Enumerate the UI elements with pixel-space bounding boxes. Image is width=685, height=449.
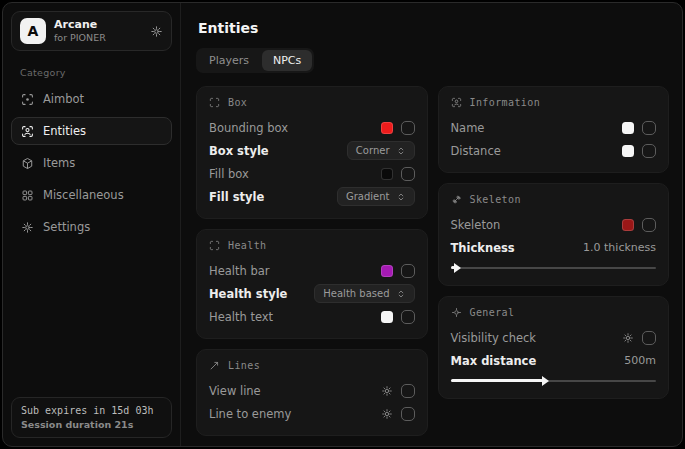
- card-general: General Visibility check Max distance 50…: [438, 296, 670, 399]
- app-logo: A: [20, 18, 46, 44]
- sidebar-item-label: Items: [43, 156, 75, 170]
- row-label: Line to enemy: [209, 407, 291, 421]
- max-distance-slider[interactable]: [451, 375, 657, 386]
- card-skeleton: Skeleton Skeleton Thickness 1.0 thicknes…: [438, 183, 670, 286]
- checkbox[interactable]: [401, 167, 415, 181]
- box-style-select[interactable]: Corner: [347, 141, 415, 160]
- gear-icon[interactable]: [150, 25, 163, 38]
- checkbox[interactable]: [642, 121, 656, 135]
- gear-icon: [21, 221, 34, 234]
- row-label: Fill style: [209, 190, 264, 204]
- sub-expiry-text: Sub expires in 15d 03h: [21, 405, 162, 416]
- row-label: Skeleton: [451, 218, 501, 232]
- color-swatch[interactable]: [381, 311, 393, 323]
- row-label: Box style: [209, 144, 269, 158]
- thickness-slider[interactable]: [451, 262, 657, 273]
- app-window: A Arcane for PIONER Category Aimbot Enti…: [2, 2, 683, 447]
- chevrons-up-down-icon: [396, 146, 406, 156]
- checkbox[interactable]: [642, 331, 656, 345]
- sidebar-item-label: Settings: [43, 220, 90, 234]
- card-lines: Lines View line Line to enemy: [196, 349, 428, 436]
- card-box: Box Bounding box Box style Corner: [196, 86, 428, 219]
- chevrons-up-down-icon: [396, 289, 406, 299]
- category-label: Category: [20, 67, 172, 78]
- sun-icon: [451, 307, 462, 318]
- sidebar-item-label: Aimbot: [43, 92, 84, 106]
- sidebar-item-items[interactable]: Items: [11, 149, 172, 177]
- card-title: Box: [228, 97, 247, 108]
- sidebar-item-aimbot[interactable]: Aimbot: [11, 85, 172, 113]
- slider-handle[interactable]: [451, 266, 455, 269]
- row-bounding-box: Bounding box: [209, 116, 415, 139]
- gear-icon[interactable]: [381, 385, 393, 397]
- crosshair-icon: [21, 93, 34, 106]
- diagonal-line-icon: [209, 360, 220, 371]
- row-visibility-check: Visibility check: [451, 326, 657, 349]
- row-label: Thickness: [451, 241, 515, 255]
- max-distance-value: 500m: [624, 354, 656, 367]
- row-label: Bounding box: [209, 121, 288, 135]
- row-health-style: Health style Health based: [209, 282, 415, 305]
- tab-players[interactable]: Players: [198, 50, 260, 71]
- card-title: Skeleton: [470, 194, 521, 205]
- card-health: Health Health bar Health style Health ba…: [196, 229, 428, 339]
- thickness-value: 1.0 thickness: [583, 241, 656, 254]
- color-swatch[interactable]: [381, 265, 393, 277]
- brackets-icon: [209, 97, 220, 108]
- row-label: Name: [451, 121, 485, 135]
- sidebar-item-settings[interactable]: Settings: [11, 213, 172, 241]
- person-scan-icon: [21, 125, 34, 138]
- color-swatch[interactable]: [381, 168, 393, 180]
- row-label: Fill box: [209, 167, 249, 181]
- color-swatch[interactable]: [622, 145, 634, 157]
- slider-handle[interactable]: [451, 379, 543, 382]
- tab-npcs[interactable]: NPCs: [262, 50, 312, 71]
- row-label: Health style: [209, 287, 287, 301]
- checkbox[interactable]: [401, 121, 415, 135]
- person-scan-icon: [451, 97, 462, 108]
- select-value: Gradient: [346, 191, 390, 202]
- card-title: Information: [470, 97, 541, 108]
- row-health-bar: Health bar: [209, 259, 415, 282]
- row-label: Distance: [451, 144, 501, 158]
- health-style-select[interactable]: Health based: [314, 284, 414, 303]
- chevrons-up-down-icon: [396, 192, 406, 202]
- slider-track[interactable]: [451, 267, 657, 269]
- select-value: Corner: [356, 145, 390, 156]
- package-icon: [21, 157, 34, 170]
- row-fill-style: Fill style Gradient: [209, 185, 415, 208]
- app-title: Arcane: [54, 18, 106, 32]
- color-swatch[interactable]: [381, 122, 393, 134]
- gear-icon[interactable]: [622, 332, 634, 344]
- card-title: Health: [228, 240, 267, 251]
- sidebar-item-miscellaneous[interactable]: Miscellaneous: [11, 181, 172, 209]
- fill-style-select[interactable]: Gradient: [337, 187, 415, 206]
- main-panel: Entities Players NPCs Box Bounding box: [181, 3, 682, 446]
- checkbox[interactable]: [401, 407, 415, 421]
- page-title: Entities: [198, 20, 669, 36]
- row-label: Visibility check: [451, 331, 537, 345]
- row-view-line: View line: [209, 379, 415, 402]
- row-label: View line: [209, 384, 261, 398]
- card-information: Information Name Distance: [438, 86, 670, 173]
- sidebar-item-entities[interactable]: Entities: [11, 117, 172, 145]
- row-skeleton: Skeleton: [451, 213, 657, 236]
- checkbox[interactable]: [401, 310, 415, 324]
- grid-icon: [21, 189, 34, 202]
- gear-icon[interactable]: [381, 408, 393, 420]
- checkbox[interactable]: [642, 144, 656, 158]
- app-subtitle: for PIONER: [54, 32, 106, 44]
- sidebar-item-label: Miscellaneous: [43, 188, 124, 202]
- select-value: Health based: [323, 288, 389, 299]
- color-swatch[interactable]: [622, 219, 634, 231]
- row-fill-box: Fill box: [209, 162, 415, 185]
- checkbox[interactable]: [401, 384, 415, 398]
- row-thickness: Thickness 1.0 thickness: [451, 236, 657, 259]
- checkbox[interactable]: [642, 218, 656, 232]
- entity-type-tabs: Players NPCs: [196, 48, 314, 73]
- row-max-distance: Max distance 500m: [451, 349, 657, 372]
- row-label: Max distance: [451, 354, 537, 368]
- row-distance: Distance: [451, 139, 657, 162]
- color-swatch[interactable]: [622, 122, 634, 134]
- checkbox[interactable]: [401, 264, 415, 278]
